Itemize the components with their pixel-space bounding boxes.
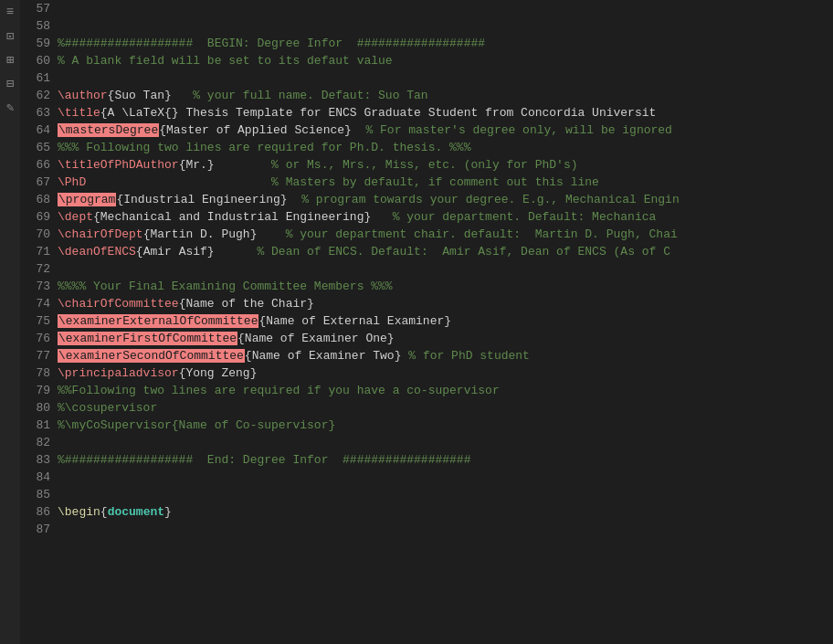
files-icon[interactable]: ⊡ — [2, 27, 18, 44]
table-row: 72 — [20, 260, 833, 278]
table-row: 74 \chairOfCommittee{Name of the Chair} — [20, 295, 833, 312]
table-row: 58 — [20, 17, 833, 35]
table-row: 60 % A blank field will be set to its de… — [20, 52, 833, 69]
table-row: 66 \titleOfPhDAuthor{Mr.} % or Ms., Mrs.… — [20, 156, 833, 174]
table-row: 63 \title{A \LaTeX{} Thesis Template for… — [20, 104, 833, 121]
code-lines: 57 58 59 %################## BEGIN: Degr… — [20, 0, 833, 644]
table-row: 82 — [20, 434, 833, 451]
collapse-icon[interactable]: ⊟ — [2, 75, 18, 91]
table-row: 83 %################## End: Degree Infor… — [20, 451, 833, 469]
table-row: 81 %\myCoSupervisor{Name of Co-superviso… — [20, 417, 833, 434]
editor-content: 57 58 59 %################## BEGIN: Degr… — [20, 0, 833, 644]
code-editor: ≡ ⊡ ⊞ ⊟ ✎ 57 58 59 %################## B… — [0, 0, 833, 644]
table-row: 80 %\cosupervisor — [20, 399, 833, 417]
table-row: 64 \mastersDegree{Master of Applied Scie… — [20, 121, 833, 139]
table-row: 86 \begin{document} — [20, 503, 833, 521]
table-row: 65 %%% Following two lines are required … — [20, 139, 833, 156]
table-row: 57 — [20, 0, 833, 17]
table-row: 59 %################## BEGIN: Degree Inf… — [20, 35, 833, 52]
activity-bar: ≡ ⊡ ⊞ ⊟ ✎ — [0, 0, 20, 644]
table-row: 62 \author{Suo Tan} % your full name. De… — [20, 87, 833, 104]
table-row: 69 \dept{Mechanical and Industrial Engin… — [20, 208, 833, 226]
edit-icon[interactable]: ✎ — [2, 99, 18, 115]
menu-icon[interactable]: ≡ — [2, 4, 18, 20]
table-row: 61 — [20, 69, 833, 87]
table-row: 79 %%Following two lines are required if… — [20, 382, 833, 399]
table-row: 87 — [20, 521, 833, 538]
table-row: 71 \deanOfENCS{Amir Asif} % Dean of ENCS… — [20, 243, 833, 260]
table-row: 85 — [20, 486, 833, 503]
table-row: 70 \chairOfDept{Martin D. Pugh} % your d… — [20, 226, 833, 243]
table-row: 84 — [20, 469, 833, 486]
expand-icon[interactable]: ⊞ — [2, 51, 18, 68]
table-row: 75 \examinerExternalOfCommittee{Name of … — [20, 312, 833, 330]
table-row: 76 \examinerFirstOfCommittee{Name of Exa… — [20, 330, 833, 347]
table-row: 77 \examinerSecondOfCommittee{Name of Ex… — [20, 347, 833, 364]
table-row: 68 \program{Industrial Engineering} % pr… — [20, 191, 833, 208]
table-row: 67 \PhD % Masters by default, if comment… — [20, 174, 833, 191]
table-row: 78 \principaladvisor{Yong Zeng} — [20, 364, 833, 382]
table-row: 73 %%%% Your Final Examining Committee M… — [20, 278, 833, 295]
